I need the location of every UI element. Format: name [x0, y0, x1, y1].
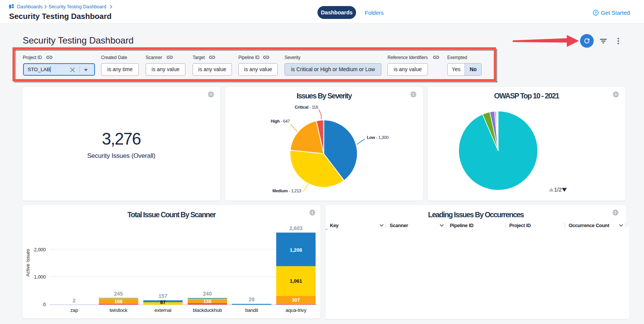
svg-text:1,061: 1,061 [290, 278, 302, 284]
svg-text:zap: zap [70, 307, 78, 313]
svg-text:twistlock: twistlock [109, 307, 128, 313]
svg-text:Pipeline ID: Pipeline ID [450, 223, 473, 228]
svg-text:Occurrence Count: Occurrence Count [569, 223, 610, 228]
svg-text:blackduckhub: blackduckhub [193, 307, 222, 313]
svg-text:external: external [154, 307, 171, 313]
svg-text:29: 29 [249, 296, 255, 302]
svg-text:2,603: 2,603 [289, 225, 302, 231]
svg-text:245: 245 [114, 291, 123, 297]
svg-text:240: 240 [203, 291, 212, 297]
svg-text:?: ? [595, 11, 597, 15]
svg-text:Active Issues: Active Issues [25, 249, 31, 277]
svg-text:Critical - 116: Critical - 116 [295, 105, 318, 109]
svg-text:Key: Key [330, 223, 339, 228]
svg-text:1,208: 1,208 [290, 247, 302, 253]
svg-text:307: 307 [292, 297, 300, 303]
svg-text:Medium - 1,213: Medium - 1,213 [272, 188, 301, 193]
svg-text:2,000: 2,000 [34, 247, 46, 252]
svg-text:157: 157 [159, 293, 168, 299]
svg-text:188: 188 [114, 299, 123, 304]
svg-text:2: 2 [73, 298, 76, 304]
svg-text:1/2: 1/2 [554, 187, 562, 193]
svg-text:87: 87 [160, 299, 165, 305]
svg-text:138: 138 [203, 299, 212, 304]
svg-text:High - 647: High - 647 [271, 119, 290, 123]
svg-text:bandit: bandit [245, 307, 258, 313]
svg-text:0: 0 [43, 302, 46, 307]
svg-text:Scanner: Scanner [390, 223, 408, 228]
svg-text:1,000: 1,000 [34, 274, 46, 280]
svg-text:Project ID: Project ID [509, 223, 531, 228]
svg-text:Low - 1,300: Low - 1,300 [367, 135, 389, 140]
svg-text:aqua-trivy: aqua-trivy [286, 307, 307, 313]
